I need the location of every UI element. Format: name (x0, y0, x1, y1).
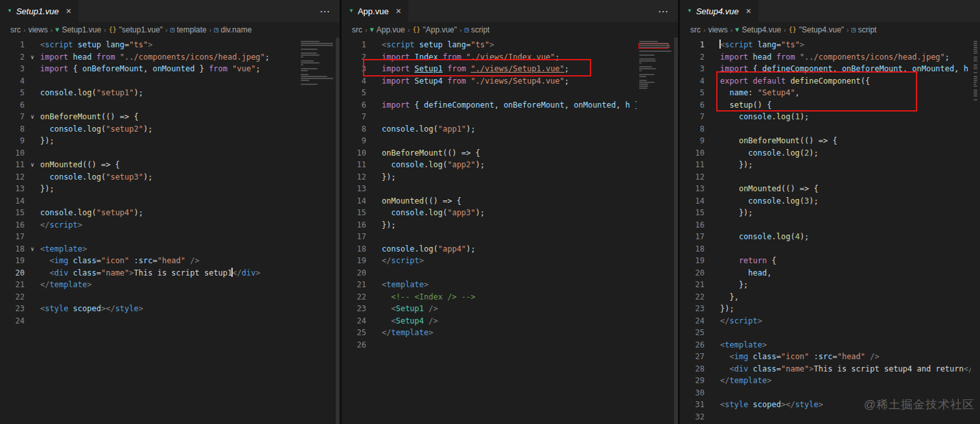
breadcrumb-item[interactable]: ▼App.vue (370, 25, 405, 34)
breadcrumb-item[interactable]: src (690, 25, 701, 34)
code-editor[interactable]: 1<script lang="ts">2import head from "..… (680, 38, 980, 424)
code-line[interactable]: 3import { onBeforeMount, onMounted } fro… (0, 63, 298, 75)
code-line[interactable]: 1<script setup lang="ts"> (0, 39, 298, 51)
code-line[interactable]: 18∨<template> (0, 243, 298, 255)
close-icon[interactable]: × (396, 6, 401, 16)
code-line[interactable]: 9}); (0, 135, 298, 147)
code-line[interactable]: 14onMounted(() => { (342, 195, 636, 207)
code-line[interactable]: 18console.log("app4"); (342, 243, 636, 255)
breadcrumb-item[interactable]: ◳div.name (214, 25, 251, 34)
code-line[interactable]: 12 console.log("setup3"); (0, 171, 298, 183)
code-line[interactable]: 6 (0, 99, 298, 112)
code-line[interactable]: 19</script> (342, 255, 636, 267)
code-line[interactable]: 16</script> (0, 219, 298, 231)
breadcrumb-item[interactable]: {}"Setup4.vue" (789, 25, 844, 34)
fold-chevron-icon[interactable]: ∨ (25, 51, 40, 64)
code-line[interactable]: 5console.log("setup1"); (0, 87, 298, 99)
close-icon[interactable]: × (66, 6, 71, 16)
code-line[interactable]: 1<script setup lang="ts"> (342, 39, 636, 51)
code-line[interactable]: 13 onMounted(() => { (680, 183, 971, 195)
scrollbar[interactable] (336, 38, 340, 424)
tab-setup4-vue[interactable]: ▼ Setup4.vue × (680, 0, 759, 22)
code-line[interactable]: 21 }; (680, 279, 971, 291)
breadcrumb-item[interactable]: ▼Setup1.vue (55, 25, 101, 34)
code-line[interactable]: 22 }, (680, 291, 971, 303)
breadcrumb-item[interactable]: {}"setup1.vue" (109, 25, 163, 34)
breadcrumb-item[interactable]: src (352, 25, 362, 34)
code-line[interactable]: 2∨import head from "../components/icons/… (0, 51, 298, 64)
code-line[interactable]: 23<style scoped></style> (0, 303, 298, 315)
code-line[interactable]: 29</template> (680, 375, 971, 387)
code-line[interactable]: 10onBeforeMount(() => { (342, 147, 636, 159)
close-icon[interactable]: × (746, 6, 751, 16)
fold-chevron-icon[interactable]: ∨ (25, 243, 40, 255)
code-line[interactable]: 28 <div class="name">This is script setu… (680, 363, 971, 375)
code-line[interactable]: 4import Setup4 from "./views/Setup4.vue"… (342, 75, 636, 88)
code-line[interactable]: 8 (680, 123, 971, 135)
code-line[interactable]: 26<template> (680, 339, 971, 351)
more-actions-icon[interactable]: ⋯ (649, 0, 678, 22)
code-line[interactable]: 4 (0, 75, 298, 88)
code-line[interactable]: 24 <Setup4 /> (342, 315, 636, 327)
code-line[interactable]: 19 <img class="icon" :src="head" /> (0, 255, 298, 267)
fold-chevron-icon[interactable]: ∨ (25, 111, 40, 123)
code-line[interactable]: 5 name: "Setup4", (680, 87, 971, 99)
code-line[interactable]: 32 (680, 411, 971, 423)
breadcrumb-item[interactable]: src (10, 25, 21, 34)
code-line[interactable]: 16}); (342, 219, 636, 231)
code-line[interactable]: 22 <!-- <Index /> --> (342, 291, 636, 303)
code-line[interactable]: 14 console.log(3); (680, 195, 971, 207)
tab-setup1-vue[interactable]: ▼ Setup1.vue × (0, 0, 79, 22)
code-line[interactable]: 10 (0, 147, 298, 159)
code-line[interactable]: 22 (0, 291, 298, 303)
code-line[interactable]: 7 console.log(1); (680, 111, 971, 123)
code-line[interactable]: 15 console.log("app3"); (342, 207, 636, 219)
code-editor[interactable]: 1<script setup lang="ts">2∨import head f… (0, 38, 340, 424)
code-line[interactable]: 20 head, (680, 267, 971, 279)
code-line[interactable]: 21<template> (342, 279, 636, 291)
code-line[interactable]: 14 (0, 195, 298, 207)
breadcrumb-item[interactable]: views (29, 25, 48, 34)
fold-chevron-icon[interactable]: ∨ (25, 159, 40, 171)
code-line[interactable]: 23}); (680, 303, 971, 315)
code-editor[interactable]: 1<script setup lang="ts">2import Index f… (342, 38, 678, 424)
code-line[interactable]: 11 console.log("app2"); (342, 159, 636, 171)
code-line[interactable]: 7∨onBeforeMount(() => { (0, 111, 298, 123)
minimap[interactable] (971, 38, 980, 424)
code-line[interactable]: 8console.log("app1"); (342, 123, 636, 135)
tab-app-vue[interactable]: ▼ App.vue × (342, 0, 409, 22)
code-line[interactable]: 21</template> (0, 279, 298, 291)
code-line[interactable]: 2import Index from "./views/Index.vue"; (342, 51, 636, 64)
code-line[interactable]: 25 (680, 327, 971, 339)
code-line[interactable]: 15console.log("setup4"); (0, 207, 298, 219)
code-line[interactable]: 3import Setup1 from "./views/Setup1.vue"… (342, 63, 636, 75)
breadcrumb-item[interactable]: ◳script (852, 25, 877, 34)
breadcrumb-item[interactable]: ◳script (465, 25, 490, 34)
breadcrumb-item[interactable]: {}"App.vue" (412, 25, 457, 34)
code-line[interactable]: 19 return { (680, 255, 971, 267)
code-line[interactable]: 20 <div class="name">This is script setu… (0, 267, 298, 279)
breadcrumb-item[interactable]: ◳template (170, 25, 207, 34)
code-line[interactable]: 1<script lang="ts"> (680, 39, 971, 51)
code-line[interactable]: 9 onBeforeMount(() => { (680, 135, 971, 147)
code-line[interactable]: 17 console.log(4); (680, 231, 971, 243)
code-line[interactable]: 6import { defineComponent, onBeforeMount… (342, 99, 636, 112)
code-line[interactable]: 23 <Setup1 /> (342, 303, 636, 315)
code-line[interactable]: 25</template> (342, 327, 636, 339)
code-line[interactable]: 3import { defineComponent, onBeforeMount… (680, 63, 971, 75)
code-line[interactable]: 9 (342, 135, 636, 147)
minimap[interactable] (298, 38, 336, 424)
code-line[interactable]: 27 <img class="icon" :src="head" /> (680, 351, 971, 363)
code-line[interactable]: 16 (680, 219, 971, 231)
code-line[interactable]: 6 setup() { (680, 99, 971, 112)
code-line[interactable]: 13}); (0, 183, 298, 195)
code-line[interactable]: 17 (0, 231, 298, 243)
code-line[interactable]: 20 (342, 267, 636, 279)
code-line[interactable]: 10 console.log(2); (680, 147, 971, 159)
code-line[interactable]: 8 console.log("setup2"); (0, 123, 298, 135)
code-line[interactable]: 24</script> (680, 315, 971, 327)
code-line[interactable]: 2import head from "../components/icons/h… (680, 51, 971, 64)
more-actions-icon[interactable]: ⋯ (310, 0, 340, 22)
code-line[interactable]: 24 (0, 315, 298, 327)
scrollbar[interactable] (674, 38, 678, 424)
